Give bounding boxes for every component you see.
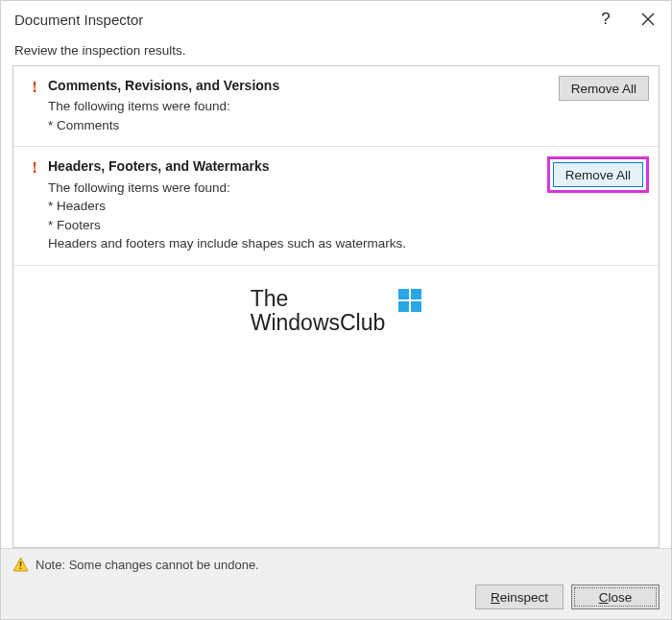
result-title: Headers, Footers, and Watermarks <box>48 156 538 176</box>
close-window-button[interactable] <box>627 2 669 36</box>
result-item-comments: ! Comments, Revisions, and Versions The … <box>13 66 659 147</box>
document-inspector-dialog: Document Inspector ? Review the inspecti… <box>0 0 672 620</box>
titlebar: Document Inspector ? <box>1 1 671 37</box>
results-panel: ! Comments, Revisions, and Versions The … <box>12 65 660 548</box>
svg-rect-8 <box>20 567 22 569</box>
result-action: Remove All <box>538 156 649 193</box>
alert-icon: ! <box>21 76 48 97</box>
result-title: Comments, Revisions, and Versions <box>48 76 549 95</box>
dialog-footer: Note: Some changes cannot be undone. Rei… <box>1 548 671 619</box>
result-found-intro: The following items were found: <box>48 179 538 198</box>
footer-note: Note: Some changes cannot be undone. <box>12 557 660 573</box>
svg-rect-7 <box>20 561 22 566</box>
result-note: Headers and footers may include shapes s… <box>48 234 538 253</box>
instruction-text: Review the inspection results. <box>1 37 671 65</box>
remove-all-button[interactable]: Remove All <box>559 76 649 101</box>
windows-logo-icon <box>398 289 421 312</box>
svg-rect-3 <box>411 289 421 299</box>
result-bullet: * Footers <box>48 216 538 235</box>
help-button[interactable]: ? <box>585 2 627 36</box>
result-item-headers-footers: ! Headers, Footers, and Watermarks The f… <box>13 147 659 266</box>
svg-rect-2 <box>398 289 409 299</box>
close-icon <box>641 12 655 26</box>
warning-icon <box>12 557 29 573</box>
close-button[interactable]: Close <box>571 584 660 609</box>
result-body: Comments, Revisions, and Versions The fo… <box>48 76 549 134</box>
window-title: Document Inspector <box>14 12 585 28</box>
svg-rect-4 <box>398 301 409 312</box>
svg-rect-5 <box>411 301 421 312</box>
watermark-overlay: The WindowsClub <box>13 287 659 336</box>
highlight-frame: Remove All <box>547 156 649 193</box>
footer-buttons: Reinspect Close <box>12 584 660 609</box>
remove-all-button[interactable]: Remove All <box>553 162 643 187</box>
result-bullet: * Headers <box>48 197 538 216</box>
reinspect-button[interactable]: Reinspect <box>475 584 564 609</box>
result-action: Remove All <box>549 76 649 101</box>
watermark-line1: The <box>251 286 289 311</box>
result-found-intro: The following items were found: <box>48 97 549 116</box>
footer-note-text: Note: Some changes cannot be undone. <box>36 558 259 572</box>
watermark-text: The WindowsClub <box>251 287 386 336</box>
result-bullet: * Comments <box>48 116 549 135</box>
watermark-line2: WindowsClub <box>251 310 386 335</box>
alert-icon: ! <box>21 156 48 178</box>
result-body: Headers, Footers, and Watermarks The fol… <box>48 156 538 253</box>
